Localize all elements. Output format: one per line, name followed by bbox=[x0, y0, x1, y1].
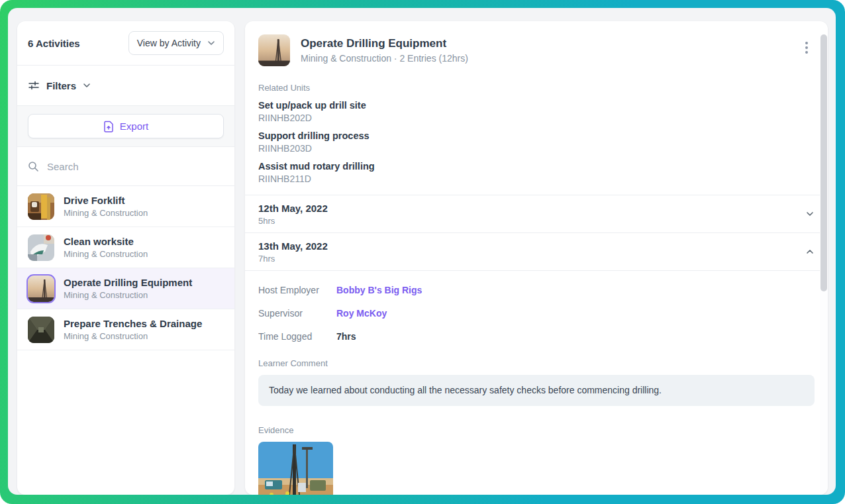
search-icon bbox=[28, 161, 39, 172]
detail-title: Operate Drilling Equipment bbox=[301, 36, 799, 52]
scrollbar-track[interactable] bbox=[820, 34, 828, 495]
unit-code: RIINHB202D bbox=[258, 112, 815, 125]
activity-thumbnail-clean-worksite bbox=[28, 234, 54, 261]
host-employer-row: Host Employer Bobby B's Big Rigs bbox=[258, 284, 815, 297]
supervisor-link[interactable]: Roy McKoy bbox=[336, 307, 387, 320]
host-employer-link[interactable]: Bobby B's Big Rigs bbox=[336, 284, 422, 297]
activity-item-operate-drilling-equipment[interactable]: Operate Drilling Equipment Mining & Cons… bbox=[17, 268, 234, 309]
learner-comment-text: Today we learned about conducting all th… bbox=[258, 375, 815, 406]
entry-date: 13th May, 2022 bbox=[258, 239, 328, 253]
export-document-icon bbox=[103, 121, 114, 132]
activity-subtitle: Mining & Construction bbox=[64, 330, 202, 342]
chevron-up-icon bbox=[805, 247, 815, 256]
search-bar bbox=[17, 147, 234, 185]
unit-code: RIINHB203D bbox=[258, 142, 815, 155]
activities-sidebar: 6 Activities View by Activity Filters bbox=[17, 21, 234, 495]
activity-title: Prepare Trenches & Drainage bbox=[64, 317, 202, 330]
learner-comment-label: Learner Comment bbox=[258, 358, 815, 370]
chevron-down-icon bbox=[207, 39, 215, 47]
time-logged-label: Time Logged bbox=[258, 330, 336, 343]
entry-hours: 7hrs bbox=[258, 253, 328, 265]
entry-row-12-may[interactable]: 12th May, 2022 5hrs bbox=[245, 195, 828, 232]
export-button[interactable]: Export bbox=[28, 114, 224, 138]
activity-subtitle: Mining & Construction bbox=[64, 248, 148, 260]
export-label: Export bbox=[120, 121, 148, 132]
app-frame: 6 Activities View by Activity Filters bbox=[0, 0, 845, 504]
page-background: 6 Activities View by Activity Filters bbox=[8, 8, 836, 495]
detail-thumbnail-drilling bbox=[258, 34, 290, 66]
related-unit: Support drilling process RIINHB203D bbox=[258, 129, 815, 155]
unit-name: Support drilling process bbox=[258, 129, 815, 142]
activity-detail-panel: Operate Drilling Equipment Mining & Cons… bbox=[245, 21, 828, 495]
related-units-section: Related Units Set up/pack up drill site … bbox=[245, 79, 828, 195]
entry-row-13-may[interactable]: 13th May, 2022 7hrs bbox=[245, 232, 828, 270]
activity-title: Clean worksite bbox=[64, 235, 148, 248]
activity-thumbnail-trenches bbox=[28, 317, 54, 343]
activity-title: Drive Forklift bbox=[64, 194, 148, 207]
related-units-label: Related Units bbox=[258, 82, 815, 94]
entry-detail-expanded: Host Employer Bobby B's Big Rigs Supervi… bbox=[245, 270, 828, 495]
view-by-dropdown[interactable]: View by Activity bbox=[128, 31, 224, 55]
filters-label: Filters bbox=[46, 80, 76, 91]
filters-toggle[interactable]: Filters bbox=[17, 66, 234, 105]
supervisor-row: Supervisor Roy McKoy bbox=[258, 307, 815, 320]
activity-thumbnail-drilling bbox=[28, 276, 54, 302]
filters-icon bbox=[28, 79, 40, 91]
kebab-menu-icon[interactable] bbox=[799, 40, 815, 56]
activity-thumbnail-forklift bbox=[28, 193, 54, 220]
activity-item-prepare-trenches[interactable]: Prepare Trenches & Drainage Mining & Con… bbox=[17, 309, 234, 350]
unit-code: RIINHB211D bbox=[258, 173, 815, 185]
unit-name: Set up/pack up drill site bbox=[258, 99, 815, 112]
activity-list: Drive Forklift Mining & Construction bbox=[17, 186, 234, 495]
view-by-dropdown-label: View by Activity bbox=[137, 38, 201, 48]
search-input[interactable] bbox=[47, 161, 224, 172]
chevron-down-icon bbox=[805, 209, 815, 219]
evidence-label: Evidence bbox=[258, 425, 815, 436]
detail-header: Operate Drilling Equipment Mining & Cons… bbox=[245, 21, 828, 79]
unit-name: Assist mud rotary drilling bbox=[258, 160, 815, 173]
scrollbar-thumb[interactable] bbox=[820, 34, 827, 291]
activities-count: 6 Activities bbox=[28, 38, 80, 49]
detail-subtitle: Mining & Construction · 2 Entries (12hrs… bbox=[301, 52, 799, 66]
host-employer-label: Host Employer bbox=[258, 284, 336, 297]
related-unit: Assist mud rotary drilling RIINHB211D bbox=[258, 160, 815, 185]
activity-item-clean-worksite[interactable]: Clean worksite Mining & Construction bbox=[17, 227, 234, 268]
time-logged-row: Time Logged 7hrs bbox=[258, 330, 815, 343]
activity-item-drive-forklift[interactable]: Drive Forklift Mining & Construction bbox=[17, 186, 234, 227]
related-unit: Set up/pack up drill site RIINHB202D bbox=[258, 99, 815, 125]
activity-title: Operate Drilling Equipment bbox=[64, 276, 192, 289]
entry-hours: 5hrs bbox=[258, 215, 328, 227]
chevron-down-icon bbox=[83, 81, 91, 89]
activity-subtitle: Mining & Construction bbox=[64, 207, 148, 219]
evidence-photo[interactable] bbox=[258, 442, 333, 495]
time-logged-value: 7hrs bbox=[336, 330, 356, 343]
activity-subtitle: Mining & Construction bbox=[64, 289, 192, 301]
sidebar-header: 6 Activities View by Activity bbox=[17, 21, 234, 65]
export-section: Export bbox=[17, 106, 234, 146]
supervisor-label: Supervisor bbox=[258, 307, 336, 320]
entry-date: 12th May, 2022 bbox=[258, 201, 328, 215]
